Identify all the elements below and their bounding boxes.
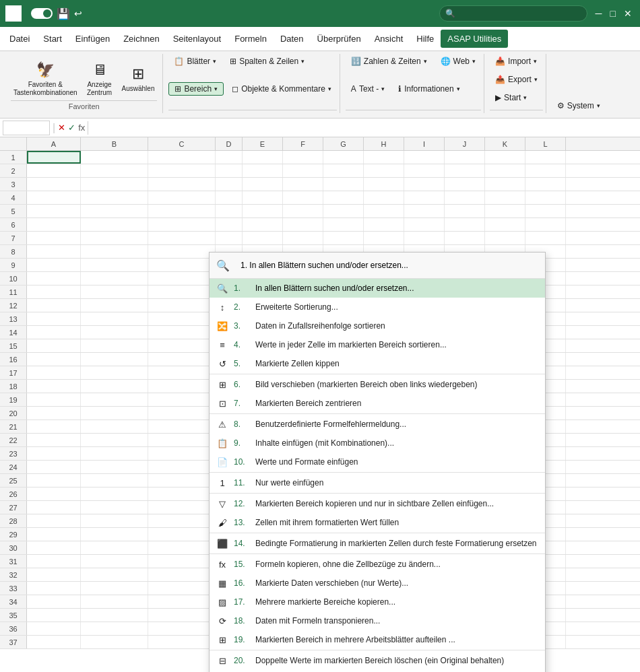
- cell-H6[interactable]: [364, 218, 404, 231]
- cell-A21[interactable]: [27, 420, 81, 433]
- cell-C3[interactable]: [148, 178, 216, 191]
- cell-J1[interactable]: [445, 151, 485, 164]
- cell-G5[interactable]: [323, 205, 364, 217]
- menu-item-formeln[interactable]: Formeln: [228, 30, 274, 48]
- cell-J7[interactable]: [445, 232, 485, 244]
- cell-A5[interactable]: [27, 205, 81, 217]
- cell-B6[interactable]: [81, 218, 148, 231]
- cell-C37[interactable]: [148, 636, 216, 648]
- cell-C28[interactable]: [148, 514, 216, 527]
- cell-A16[interactable]: [27, 353, 81, 366]
- dropdown-item-12[interactable]: ▽12.Markierten Bereich kopieren und nur …: [210, 494, 545, 513]
- cell-I1[interactable]: [404, 151, 445, 164]
- cell-A12[interactable]: [27, 299, 81, 312]
- cell-L5[interactable]: [525, 205, 566, 217]
- dropdown-item-10[interactable]: 📄10.Werte und Formate einfügen: [210, 452, 545, 471]
- btn-zahlen[interactable]: 🔢 Zahlen & Zeiten ▾: [346, 55, 433, 67]
- menu-item-ansicht[interactable]: Ansicht: [368, 30, 410, 48]
- cell-A3[interactable]: [27, 178, 81, 191]
- cell-H5[interactable]: [364, 205, 404, 217]
- cell-C16[interactable]: [148, 353, 216, 366]
- cell-A19[interactable]: [27, 393, 81, 406]
- cell-C27[interactable]: [148, 501, 216, 514]
- cell-E5[interactable]: [243, 205, 283, 217]
- cell-B35[interactable]: [81, 609, 148, 621]
- dropdown-item-15[interactable]: fx15.Formeln kopieren, ohne die Zellbezü…: [210, 555, 545, 574]
- dropdown-item-13[interactable]: 🖌13.Zellen mit ihrem formatierten Wert f…: [210, 513, 545, 532]
- cell-B21[interactable]: [81, 420, 148, 433]
- cell-C21[interactable]: [148, 420, 216, 433]
- menu-item-datei[interactable]: Datei: [3, 30, 36, 48]
- menu-item-start[interactable]: Start: [36, 30, 68, 48]
- dropdown-item-16[interactable]: ▦16.Markierte Daten verschieben (nur Wer…: [210, 574, 545, 593]
- dropdown-search-input[interactable]: [234, 257, 538, 274]
- restore-icon[interactable]: □: [608, 8, 618, 19]
- cell-A33[interactable]: [27, 582, 81, 595]
- cell-I3[interactable]: [404, 178, 445, 191]
- cell-B34[interactable]: [81, 595, 148, 608]
- menu-item-daten[interactable]: Daten: [274, 30, 311, 48]
- cell-C11[interactable]: [148, 285, 216, 298]
- cell-reference-box[interactable]: [3, 121, 50, 135]
- cell-A1[interactable]: [27, 151, 81, 164]
- cell-B17[interactable]: [81, 366, 148, 379]
- cell-L6[interactable]: [525, 218, 566, 231]
- cell-F6[interactable]: [283, 218, 323, 231]
- cell-B16[interactable]: [81, 353, 148, 366]
- undo-icon[interactable]: ↩: [74, 8, 82, 19]
- cell-G4[interactable]: [323, 191, 364, 204]
- cancel-formula-icon[interactable]: ✕: [58, 123, 65, 133]
- cell-B25[interactable]: [81, 474, 148, 487]
- cell-A27[interactable]: [27, 501, 81, 514]
- btn-blatter[interactable]: 📋 Blätter ▾: [168, 55, 222, 67]
- cell-K2[interactable]: [485, 164, 525, 177]
- cell-K4[interactable]: [485, 191, 525, 204]
- cell-B8[interactable]: [81, 245, 148, 258]
- cell-A24[interactable]: [27, 461, 81, 473]
- cell-A29[interactable]: [27, 528, 81, 541]
- cell-C12[interactable]: [148, 299, 216, 312]
- cell-C36[interactable]: [148, 622, 216, 635]
- dropdown-item-18[interactable]: ⟳18.Daten mit Formeln transponieren...: [210, 611, 545, 630]
- cell-A31[interactable]: [27, 555, 81, 568]
- btn-start[interactable]: ▶ Start ▾: [490, 92, 543, 104]
- cell-C9[interactable]: [148, 259, 216, 271]
- cell-D5[interactable]: [216, 205, 243, 217]
- cell-C18[interactable]: [148, 380, 216, 393]
- cell-A2[interactable]: [27, 164, 81, 177]
- cell-E1[interactable]: [243, 151, 283, 164]
- menu-item-überprüfen[interactable]: Überprüfen: [311, 30, 368, 48]
- cell-E6[interactable]: [243, 218, 283, 231]
- btn-import[interactable]: 📥 Import ▾: [490, 55, 543, 67]
- cell-A15[interactable]: [27, 339, 81, 352]
- close-icon[interactable]: ✕: [621, 8, 635, 19]
- btn-anzeige[interactable]: 🖥 AnzeigeZentrum: [83, 58, 117, 98]
- cell-J5[interactable]: [445, 205, 485, 217]
- cell-B9[interactable]: [81, 259, 148, 271]
- insert-function-icon[interactable]: fx: [78, 123, 85, 133]
- cell-C26[interactable]: [148, 488, 216, 500]
- btn-spalten[interactable]: ⊞ Spalten & Zeilen ▾: [224, 55, 310, 67]
- btn-web[interactable]: 🌐 Web ▾: [435, 55, 481, 67]
- cell-K6[interactable]: [485, 218, 525, 231]
- cell-B2[interactable]: [81, 164, 148, 177]
- cell-A18[interactable]: [27, 380, 81, 393]
- cell-L7[interactable]: [525, 232, 566, 244]
- cell-I2[interactable]: [404, 164, 445, 177]
- cell-C31[interactable]: [148, 555, 216, 568]
- cell-F2[interactable]: [283, 164, 323, 177]
- cell-B18[interactable]: [81, 380, 148, 393]
- cell-C20[interactable]: [148, 407, 216, 419]
- save-icon[interactable]: 💾: [57, 7, 70, 20]
- cell-A8[interactable]: [27, 245, 81, 258]
- cell-B28[interactable]: [81, 514, 148, 527]
- btn-bereich[interactable]: ⊞ Bereich ▾: [168, 82, 224, 96]
- cell-A11[interactable]: [27, 285, 81, 298]
- btn-export[interactable]: 📤 Export ▾: [490, 73, 543, 86]
- cell-H2[interactable]: [364, 164, 404, 177]
- menu-item-einfügen[interactable]: Einfügen: [69, 30, 117, 48]
- cell-I6[interactable]: [404, 218, 445, 231]
- cell-B14[interactable]: [81, 326, 148, 339]
- cell-B15[interactable]: [81, 339, 148, 352]
- cell-A17[interactable]: [27, 366, 81, 379]
